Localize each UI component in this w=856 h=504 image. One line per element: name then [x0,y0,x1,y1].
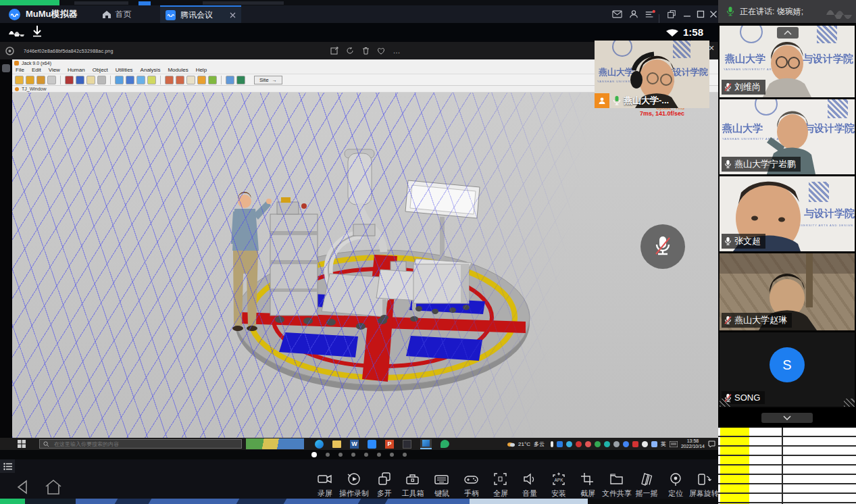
toolbar-gamepad[interactable]: 手柄 [456,472,487,499]
page-dot[interactable] [377,453,381,457]
jack-tool-icon[interactable] [36,76,45,84]
toolbar-file-share[interactable]: 文件共享 [601,472,632,499]
jack-tool-icon[interactable] [136,76,145,84]
delete-image-icon[interactable] [361,46,370,55]
jack-tool-icon[interactable] [15,76,24,84]
toolbar-fullscreen[interactable]: 全屏 [485,472,516,499]
page-dot[interactable] [351,453,355,457]
toolbar-shake[interactable]: 摇一摇 [631,472,662,499]
word-icon[interactable]: W [350,440,359,449]
resize-grip[interactable] [844,399,855,407]
taskbar-clock[interactable]: 13:58 2022/10/14 [681,438,705,450]
tray-icon[interactable] [623,441,629,447]
jack-tool-icon[interactable] [126,76,134,84]
jack-tool-icon[interactable] [47,76,56,84]
jack-tool-icon[interactable] [115,76,124,84]
jack-tool-icon[interactable] [226,76,234,84]
home-button[interactable]: 首页 [102,9,132,20]
jack-tool-icon[interactable] [76,76,84,84]
download-icon[interactable] [31,24,43,38]
jack-tool-icon[interactable] [176,76,184,84]
taskbar-search[interactable] [39,439,242,449]
tray-mic-icon[interactable] [551,441,553,447]
site-dropdown[interactable]: Site → [254,76,282,84]
resize-window-icon[interactable] [664,5,679,23]
back-button[interactable] [11,476,34,499]
notification-center-icon[interactable] [708,440,715,447]
page-dot[interactable] [326,453,330,457]
participant-tile[interactable]: 燕山大学 与设计学院 YANSHAN UNIVERSITY ARTS AND D… [720,99,855,174]
toolbar-volume[interactable]: 音量 [514,472,545,499]
menu-human[interactable]: Human [68,67,85,73]
menu-help[interactable]: Help [196,67,207,73]
participant-tile[interactable]: 燕山大学赵琳 [720,253,855,330]
jack-tool-icon[interactable] [26,76,34,84]
weather-desc[interactable]: 多云 [534,440,545,448]
menu-utilities[interactable]: Utilities [116,67,133,73]
tray-icon[interactable] [632,441,638,447]
presenter-video[interactable]: 燕山大学 与设计学院 YANSHAN UNIVERSITY ARTS AND D… [595,41,709,108]
tray-icon[interactable] [595,441,601,447]
edge-icon[interactable] [315,440,324,449]
tencent-meeting-icon[interactable] [368,440,376,449]
mumu-menu-icon[interactable] [8,27,24,36]
tray-icon[interactable] [576,441,582,447]
start-button-icon[interactable] [18,440,26,448]
menu-file[interactable]: File [16,67,24,73]
participant-tile[interactable]: S SONG [720,332,855,407]
mute-toggle-button[interactable] [640,224,685,269]
search-input[interactable] [53,440,222,448]
favorite-image-icon[interactable] [376,46,386,55]
tray-icon[interactable] [613,441,620,447]
image-viewer-taskbar-icon[interactable] [420,439,432,449]
tray-icon[interactable] [585,441,591,447]
toolbar-multi-instance[interactable]: 多开 [369,472,400,499]
page-dot[interactable] [364,453,368,457]
page-dot[interactable] [338,453,343,457]
toolbar-toolbox[interactable]: 工具箱 [397,472,428,499]
toolbar-screenshot[interactable]: 截屏 [572,472,603,499]
jack-tool-icon[interactable] [147,76,156,84]
jack-tool-icon[interactable] [65,76,74,84]
more-options-icon[interactable]: … [392,46,401,55]
menu-object[interactable]: Object [93,67,108,73]
jack-3d-viewport[interactable] [12,93,718,438]
message-icon[interactable] [609,5,624,23]
weather-temp[interactable]: 21°C [518,441,530,447]
jack-tool-icon[interactable] [186,76,195,84]
app-drawer-icon[interactable] [2,64,10,72]
toolbar-record-screen[interactable]: 录屏 [309,472,341,499]
rotate-image-icon[interactable] [345,46,355,55]
powerpoint-icon[interactable]: P [385,440,394,449]
toolbar-install-apk[interactable]: APK 安装 [543,472,574,499]
menu-analysis[interactable]: Analysis [141,67,161,73]
home-nav-button[interactable] [42,476,65,499]
menu-icon[interactable] [643,5,657,23]
expand-panel-button[interactable] [761,413,813,423]
resize-grip[interactable] [720,399,730,407]
toolbar-location[interactable]: 定位 [660,472,691,499]
jack-tool-icon[interactable] [86,76,95,84]
account-icon[interactable] [626,5,641,23]
tray-icon[interactable] [604,441,610,447]
page-dot-active[interactable] [311,452,317,457]
edit-image-icon[interactable] [330,46,339,55]
tab-tencent-meeting[interactable]: 腾讯会议 [160,5,241,23]
file-explorer-icon[interactable] [332,440,341,448]
jack-tool-icon[interactable] [97,76,106,84]
jack-taskbar-icon[interactable] [403,440,411,449]
toolbar-keyboard-mouse[interactable]: 键鼠 [426,472,457,499]
toolbar-macro-record[interactable]: 操作录制 [338,472,370,499]
touch-keyboard-icon[interactable] [670,441,678,447]
tray-icon[interactable] [557,441,563,447]
jack-tool-icon[interactable] [197,76,206,84]
task-list-icon[interactable] [0,459,15,473]
collapse-panel-button[interactable] [777,27,799,39]
jack-tool-icon[interactable] [236,76,245,84]
page-dot[interactable] [403,453,407,457]
page-dot[interactable] [390,453,394,457]
toolbar-rotate-screen[interactable]: 屏幕旋转 [688,472,720,499]
jack-tool-icon[interactable] [208,76,217,84]
tab-close-icon[interactable] [230,12,236,18]
tray-icon[interactable] [642,441,648,447]
